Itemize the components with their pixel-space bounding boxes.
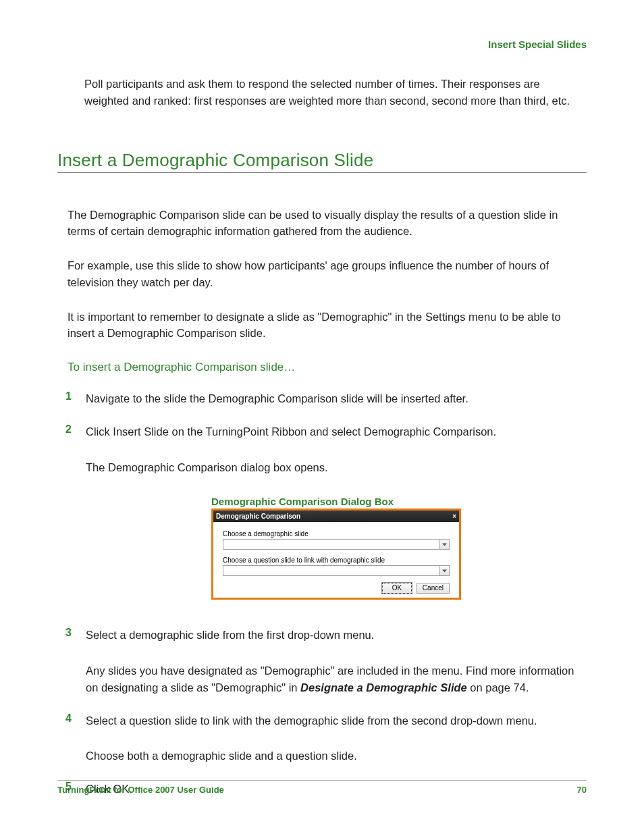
demographic-comparison-dialog: Demographic Comparison × Choose a demogr… <box>211 509 461 600</box>
procedure-heading: To insert a Demographic Comparison slide… <box>68 361 587 374</box>
demographic-slide-input[interactable] <box>223 539 439 550</box>
page-number: 70 <box>577 785 587 795</box>
step-item: 2 Click Insert Slide on the TurningPoint… <box>57 423 587 600</box>
step-subtext: Choose both a demographic slide and a qu… <box>86 748 587 764</box>
step-subtext: Any slides you have designated as "Demog… <box>86 662 587 696</box>
chevron-down-icon[interactable] <box>439 539 450 550</box>
dialog-title: Demographic Comparison <box>216 513 300 520</box>
body-paragraph: It is important to remember to designate… <box>68 309 587 342</box>
step-number: 1 <box>65 390 72 402</box>
step-text: Select a demographic slide from the firs… <box>86 627 587 644</box>
step-text: Navigate to the slide the Demographic Co… <box>86 390 587 407</box>
close-icon[interactable]: × <box>452 513 456 520</box>
combo-label-demographic: Choose a demographic slide <box>223 530 450 538</box>
step-item: 1 Navigate to the slide the Demographic … <box>57 390 587 407</box>
cancel-button[interactable]: Cancel <box>417 583 450 594</box>
combo-label-question: Choose a question slide to link with dem… <box>223 556 450 564</box>
chevron-down-icon[interactable] <box>439 565 450 576</box>
step-text: Select a question slide to link with the… <box>86 712 587 729</box>
step-number: 4 <box>65 712 72 725</box>
demographic-slide-combo[interactable] <box>223 539 450 550</box>
doc-title: TurningPoint for Office 2007 User Guide <box>57 785 224 795</box>
svg-marker-1 <box>442 569 447 572</box>
breadcrumb: Insert Special Slides <box>57 38 587 50</box>
question-slide-input[interactable] <box>223 565 439 576</box>
page-footer: TurningPoint for Office 2007 User Guide … <box>57 780 587 795</box>
step-text: Click Insert Slide on the TurningPoint R… <box>86 423 587 440</box>
section-heading: Insert a Demographic Comparison Slide <box>57 150 587 173</box>
svg-marker-0 <box>442 543 447 546</box>
question-slide-combo[interactable] <box>223 565 450 576</box>
body-paragraph: For example, use this slide to show how … <box>68 257 587 291</box>
step-subtext: The Demographic Comparison dialog box op… <box>86 459 587 476</box>
step-number: 2 <box>65 423 72 436</box>
cross-reference[interactable]: Designate a Demographic Slide <box>300 681 467 694</box>
ok-button[interactable]: OK <box>382 583 412 594</box>
dialog-titlebar: Demographic Comparison × <box>213 511 459 522</box>
step-item: 4 Select a question slide to link with t… <box>57 712 587 765</box>
step-item: 3 Select a demographic slide from the fi… <box>57 627 587 696</box>
figure-caption: Demographic Comparison Dialog Box <box>211 496 461 507</box>
step-number: 3 <box>65 627 72 639</box>
intro-paragraph: Poll participants and ask them to respon… <box>84 76 587 109</box>
body-paragraph: The Demographic Comparison slide can be … <box>68 207 587 240</box>
dialog-figure: Demographic Comparison Dialog Box Demogr… <box>86 496 587 600</box>
